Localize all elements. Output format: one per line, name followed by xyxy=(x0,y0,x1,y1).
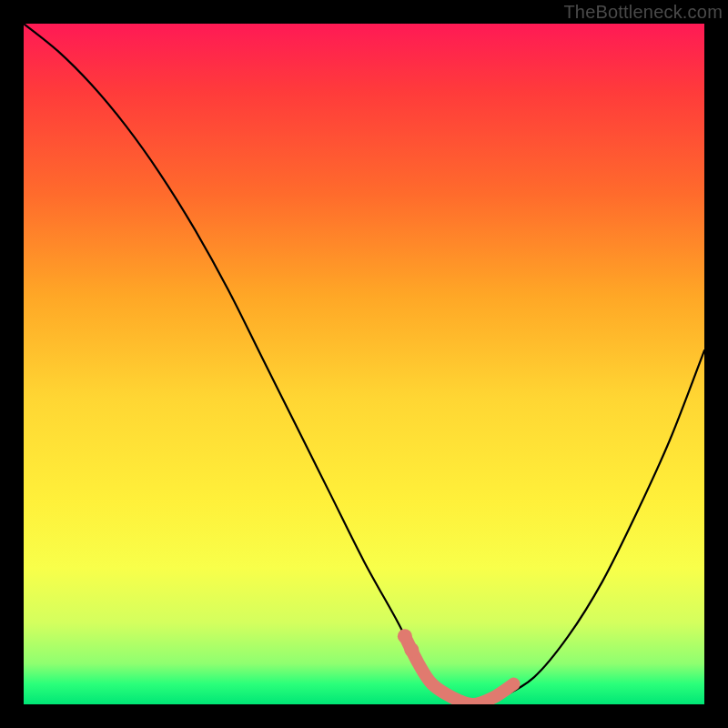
watermark-text: TheBottleneck.com xyxy=(563,2,723,23)
svg-point-1 xyxy=(404,642,419,657)
chart-plot-area xyxy=(24,24,704,704)
optimal-range-highlight xyxy=(24,24,704,704)
svg-point-0 xyxy=(398,629,412,643)
